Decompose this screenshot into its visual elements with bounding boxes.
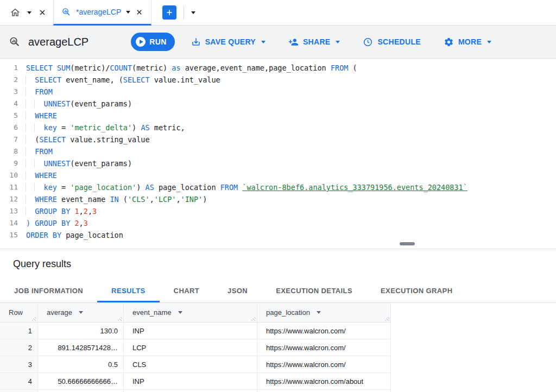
sort-menu-icon[interactable] <box>178 311 182 314</box>
code-line: 13 GROUP BY 1,2,3 <box>0 205 556 217</box>
code-text: SELECT SUM(metric)/COUNT(metric) as aver… <box>26 62 357 74</box>
results-tab-execution-graph[interactable]: EXECUTION GRAPH <box>367 279 466 302</box>
line-number: 2 <box>0 74 26 86</box>
results-tab-results[interactable]: RESULTS <box>97 279 160 302</box>
sql-editor[interactable]: 1SELECT SUM(metric)/COUNT(metric) as ave… <box>0 59 556 249</box>
event-name-cell: CLS <box>124 356 257 372</box>
sort-menu-icon[interactable] <box>317 311 321 314</box>
average-cell: 130.0 <box>38 323 124 339</box>
results-tab-json[interactable]: JSON <box>213 279 262 302</box>
row-number-cell: 4 <box>0 373 38 389</box>
column-resize-handle[interactable] <box>250 315 256 321</box>
line-number: 7 <box>0 134 26 146</box>
column-header-event_name[interactable]: event_name <box>124 303 257 322</box>
page-location-cell: https://www.walcron.com/ <box>257 339 391 356</box>
code-text: WHERE <box>26 169 57 181</box>
column-header-page_location[interactable]: page_location <box>257 303 391 322</box>
code-text: FROM <box>26 146 53 157</box>
chevron-down-icon <box>336 41 340 43</box>
page-location-cell: https://www.walcron.com/about <box>257 373 391 389</box>
gear-icon <box>444 37 454 47</box>
page-location-cell: https://www.walcron.com/ <box>257 323 391 339</box>
code-line: 11 key = 'page_location') AS page_locati… <box>0 181 556 193</box>
page-location-cell <box>257 390 391 392</box>
average-cell: 50.66666666666… <box>38 373 124 389</box>
row-number-cell: 3 <box>0 356 38 372</box>
query-results-panel: Query results JOB INFORMATIONRESULTSCHAR… <box>0 249 556 392</box>
code-line: 9 UNNEST(event_params) <box>0 157 556 169</box>
code-line: 15ORDER BY page_location <box>0 229 556 241</box>
code-line: 3 FROM <box>0 86 556 98</box>
line-number: 5 <box>0 110 26 122</box>
average-cell: 891.1428571428… <box>38 339 124 356</box>
column-header-average[interactable]: average <box>38 303 124 322</box>
person-add-icon <box>288 37 299 47</box>
query-magnifier-icon <box>9 36 21 48</box>
code-text: key = 'metric_delta') AS metric, <box>26 122 185 134</box>
tab-close-icon[interactable] <box>135 8 143 16</box>
share-button[interactable]: SHARE <box>288 37 340 47</box>
tab-menu-chevron-down-icon[interactable] <box>191 11 195 14</box>
schedule-button[interactable]: SCHEDULE <box>363 37 420 47</box>
code-line: 8 FROM <box>0 146 556 157</box>
run-button[interactable]: RUN <box>131 33 175 51</box>
tab-chevron-down-icon[interactable] <box>126 11 130 14</box>
line-number: 12 <box>0 193 26 205</box>
line-number: 8 <box>0 146 26 157</box>
sort-menu-icon[interactable] <box>79 311 83 314</box>
results-header: Query results <box>0 249 556 279</box>
more-button[interactable]: MORE <box>444 37 491 47</box>
column-resize-handle[interactable] <box>117 315 122 321</box>
split-drag-handle[interactable] <box>400 242 415 245</box>
results-tab-job-information[interactable]: JOB INFORMATION <box>0 279 97 302</box>
divider <box>184 5 184 20</box>
average-cell <box>38 390 124 392</box>
line-number: 3 <box>0 86 26 98</box>
add-tab-button[interactable] <box>162 5 176 20</box>
line-number: 13 <box>0 205 26 217</box>
average-cell: 0.5 <box>38 356 124 372</box>
code-text: (SELECT value.string_value <box>26 134 150 146</box>
home-chevron-down-icon[interactable] <box>27 11 31 14</box>
column-header-row: Row <box>0 303 38 322</box>
table-row: 2891.1428571428…LCPhttps://www.walcron.c… <box>0 339 391 356</box>
results-table: Rowaverageevent_namepage_location 1130.0… <box>0 303 391 392</box>
play-circle-icon <box>136 37 146 47</box>
code-line: 2 SELECT event_name, (SELECT value.int_v… <box>0 74 556 86</box>
event-name-cell: INP <box>124 373 257 389</box>
line-number: 9 <box>0 157 26 169</box>
home-icon[interactable] <box>10 7 21 18</box>
chevron-down-icon <box>487 41 491 43</box>
column-resize-handle[interactable] <box>31 315 36 321</box>
line-number: 14 <box>0 217 26 229</box>
tab-strip: *averageLCP <box>0 0 556 26</box>
query-magnifier-icon <box>61 7 71 17</box>
results-tab-execution-details[interactable]: EXECUTION DETAILS <box>262 279 367 302</box>
code-text: ORDER BY page_location <box>26 229 123 241</box>
home-tab-group <box>0 0 53 25</box>
column-resize-handle[interactable] <box>384 315 389 321</box>
line-number: 15 <box>0 229 26 241</box>
table-row: 1130.0INPhttps://www.walcron.com/ <box>0 323 391 339</box>
code-line: 7 (SELECT value.string_value <box>0 134 556 146</box>
results-tab-chart[interactable]: CHART <box>160 279 214 302</box>
query-tab-averagelcp[interactable]: *averageLCP <box>53 0 151 26</box>
code-text: SELECT event_name, (SELECT value.int_val… <box>26 74 220 86</box>
line-number: 6 <box>0 122 26 134</box>
code-line: 1SELECT SUM(metric)/COUNT(metric) as ave… <box>0 62 556 74</box>
table-row-partial <box>0 390 391 392</box>
table-row: 450.66666666666…INPhttps://www.walcron.c… <box>0 373 391 390</box>
results-table-header: Rowaverageevent_namepage_location <box>0 303 391 323</box>
home-close-icon[interactable] <box>38 8 47 17</box>
query-title: averageLCP <box>28 36 89 48</box>
line-number: 1 <box>0 62 26 74</box>
results-heading: Query results <box>13 258 71 270</box>
row-number-cell: 1 <box>0 323 38 339</box>
code-line: 6 key = 'metric_delta') AS metric, <box>0 122 556 134</box>
table-row: 30.5CLShttps://www.walcron.com/ <box>0 356 391 373</box>
event-name-cell <box>124 390 257 392</box>
save-icon <box>191 37 201 47</box>
code-line: 14) GROUP BY 2,3 <box>0 217 556 229</box>
tab-label: *averageLCP <box>76 8 121 16</box>
save-query-button[interactable]: SAVE QUERY <box>191 37 266 47</box>
